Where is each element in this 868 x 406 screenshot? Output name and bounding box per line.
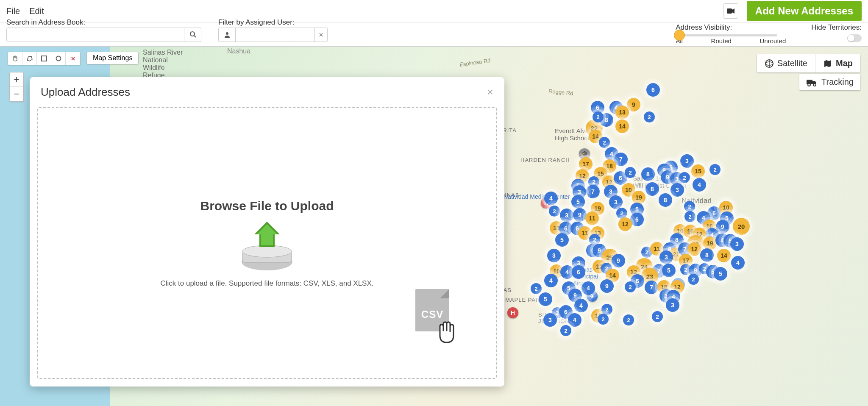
cluster-marker[interactable]: 2: [684, 201, 695, 212]
cluster-marker[interactable]: 3: [609, 195, 623, 209]
delete-shape-tool[interactable]: ✕: [66, 52, 80, 65]
upload-dropzone[interactable]: Browse File to Upload Click to upload a …: [37, 107, 497, 379]
pan-tool[interactable]: [8, 52, 22, 65]
cluster-marker[interactable]: 6: [572, 265, 585, 279]
search-group: Search in Address Book:: [6, 18, 201, 42]
cluster-marker[interactable]: 2: [531, 283, 542, 294]
cluster-marker[interactable]: 3: [730, 237, 744, 251]
cluster-marker[interactable]: 3: [547, 249, 561, 262]
csv-drag-graphic: CSV: [415, 289, 453, 336]
cluster-marker[interactable]: 12: [687, 242, 701, 256]
cluster-marker[interactable]: 7: [614, 153, 628, 166]
cluster-marker[interactable]: 12: [618, 217, 632, 231]
cluster-marker[interactable]: 19: [703, 236, 717, 250]
cluster-marker[interactable]: 2: [598, 314, 609, 325]
cluster-marker[interactable]: 3: [543, 313, 557, 327]
cluster-marker[interactable]: 8: [641, 167, 655, 181]
cluster-marker[interactable]: 13: [615, 106, 629, 119]
cluster-marker[interactable]: 5: [714, 267, 727, 281]
polygon-tool[interactable]: [22, 52, 37, 65]
cluster-marker[interactable]: 2: [599, 137, 610, 148]
cluster-marker[interactable]: 15: [691, 164, 705, 178]
upload-drive-icon: [237, 222, 297, 273]
tick-routed: Routed: [711, 37, 732, 44]
cluster-marker[interactable]: 2: [593, 111, 604, 122]
cluster-marker[interactable]: 14: [615, 120, 629, 133]
cluster-marker[interactable]: 11: [585, 211, 599, 225]
cluster-marker[interactable]: 2: [549, 206, 560, 217]
label-rogge: Rogge Rd: [548, 88, 573, 97]
map-settings-button[interactable]: Map Settings: [86, 52, 139, 64]
cluster-marker[interactable]: 3: [666, 298, 679, 312]
map-label: Map: [836, 58, 853, 68]
cluster-marker[interactable]: 2: [625, 281, 636, 292]
cluster-marker[interactable]: 2: [688, 274, 699, 285]
cluster-marker[interactable]: 4: [731, 256, 745, 270]
visibility-slider[interactable]: [676, 34, 777, 36]
cluster-marker[interactable]: 20: [733, 218, 750, 235]
cluster-marker[interactable]: 5: [555, 233, 569, 247]
cluster-marker[interactable]: 3: [560, 209, 573, 222]
cluster-marker[interactable]: 8: [645, 182, 659, 196]
search-icon: [189, 31, 196, 38]
svg-point-5: [56, 56, 61, 61]
cluster-marker[interactable]: 5: [662, 264, 676, 277]
cluster-marker[interactable]: 2: [652, 311, 663, 322]
modal-close-button[interactable]: ×: [487, 86, 493, 99]
cluster-marker[interactable]: 9: [612, 254, 625, 267]
label-refuge: Salinas River National Wildlife Refuge: [143, 49, 183, 79]
cluster-marker[interactable]: 2: [644, 111, 655, 122]
video-button[interactable]: [723, 3, 738, 19]
cluster-marker[interactable]: 2: [709, 164, 721, 175]
zoom-in-button[interactable]: +: [10, 72, 23, 87]
cluster-marker[interactable]: 4: [574, 299, 588, 312]
cluster-marker[interactable]: 2: [623, 314, 634, 325]
rectangle-tool[interactable]: [37, 52, 51, 65]
cluster-marker[interactable]: 9: [573, 208, 587, 222]
cluster-marker[interactable]: 7: [645, 281, 658, 294]
map-canvas[interactable]: Salinas River National Wildlife Refuge N…: [0, 47, 868, 406]
cluster-marker[interactable]: 14: [717, 249, 731, 262]
video-icon: [727, 8, 734, 14]
cluster-marker[interactable]: 19: [632, 191, 645, 204]
cluster-marker[interactable]: 3: [659, 250, 673, 264]
cluster-marker[interactable]: 4: [544, 192, 558, 205]
zoom-out-button[interactable]: −: [10, 87, 23, 101]
truck-icon: [806, 78, 817, 86]
cluster-marker[interactable]: 9: [600, 279, 614, 293]
tracking-button[interactable]: Tracking: [799, 74, 860, 90]
satellite-button[interactable]: Satellite: [757, 54, 815, 72]
user-filter-input[interactable]: [235, 28, 315, 42]
cluster-marker[interactable]: 2: [684, 211, 696, 222]
add-new-addresses-button[interactable]: Add New Addresses: [747, 1, 862, 21]
cluster-marker[interactable]: 5: [571, 195, 585, 209]
cluster-marker[interactable]: 2: [560, 325, 571, 336]
cluster-marker[interactable]: 2: [625, 167, 636, 178]
cluster-marker[interactable]: 3: [680, 154, 694, 168]
search-input[interactable]: [6, 28, 184, 42]
search-button[interactable]: [184, 28, 201, 42]
menu-edit[interactable]: Edit: [29, 6, 44, 16]
map-type-control: Satellite Map: [757, 54, 860, 72]
cluster-marker[interactable]: 8: [659, 193, 672, 207]
circle-tool[interactable]: [51, 52, 66, 65]
cluster-marker[interactable]: 4: [693, 178, 706, 192]
menu-file[interactable]: File: [6, 6, 20, 16]
cluster-marker[interactable]: 4: [544, 274, 558, 287]
cluster-marker[interactable]: 5: [539, 292, 552, 306]
cluster-marker[interactable]: 9: [627, 98, 640, 111]
cluster-marker[interactable]: 4: [581, 281, 595, 295]
circle-icon: [56, 56, 61, 61]
territories-toggle[interactable]: [847, 34, 862, 42]
slider-ticks: All Routed Unrouted: [676, 37, 786, 44]
hospital-poi-2[interactable]: H: [507, 307, 518, 318]
cluster-marker[interactable]: 2: [679, 172, 690, 183]
cluster-marker[interactable]: 3: [670, 183, 684, 197]
cluster-marker[interactable]: 6: [646, 83, 660, 97]
map-button[interactable]: Map: [815, 54, 860, 72]
cluster-marker[interactable]: 4: [568, 313, 581, 327]
cluster-marker[interactable]: 6: [630, 213, 644, 226]
cluster-marker[interactable]: 8: [700, 248, 714, 262]
cluster-marker[interactable]: 7: [586, 185, 600, 198]
clear-user-button[interactable]: ×: [315, 28, 328, 42]
